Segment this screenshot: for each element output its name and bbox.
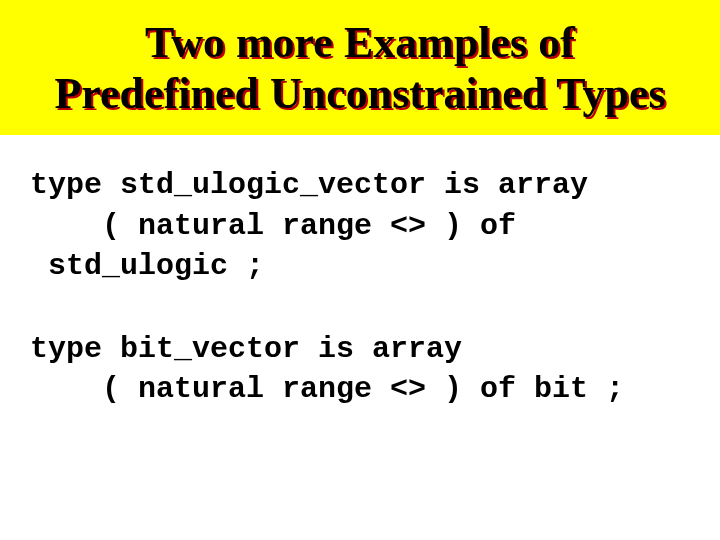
slide: Two more Examples of Predefined Unconstr… <box>0 0 720 540</box>
title-band: Two more Examples of Predefined Unconstr… <box>0 0 720 135</box>
title-line-1: Two more Examples of <box>145 18 575 67</box>
code-block-1: type std_ulogic_vector is array ( natura… <box>30 165 694 287</box>
code1-line1: type std_ulogic_vector is array <box>30 168 588 202</box>
code1-line3: std_ulogic ; <box>30 249 264 283</box>
slide-body: type std_ulogic_vector is array ( natura… <box>0 135 720 410</box>
code-block-2: type bit_vector is array ( natural range… <box>30 329 694 410</box>
code2-line2: ( natural range <> ) of bit ; <box>30 372 624 406</box>
code1-line2: ( natural range <> ) of <box>30 209 516 243</box>
title-line-2: Predefined Unconstrained Types <box>54 69 665 118</box>
slide-title: Two more Examples of Predefined Unconstr… <box>10 18 710 119</box>
code2-line1: type bit_vector is array <box>30 332 462 366</box>
